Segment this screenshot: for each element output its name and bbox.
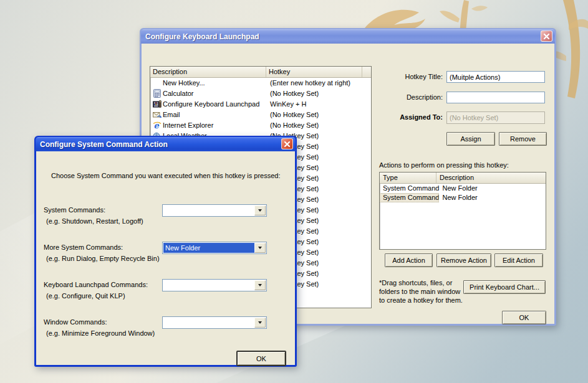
hotkey-row-description: New Hotkey...	[163, 78, 266, 87]
command-group-label: Window Commands:	[44, 318, 107, 326]
chevron-down-icon	[258, 209, 262, 212]
hotkey-row-description: Email	[163, 110, 266, 118]
command-group-hint: (e.g. Configure, Quit KLP)	[46, 292, 125, 300]
intro-text: Choose System Command you want executed …	[51, 172, 288, 179]
column-header-action-description[interactable]: Description	[436, 173, 546, 183]
main-dialog-titlebar[interactable]: Configure Keyboard Launchpad	[141, 29, 555, 44]
child-close-button[interactable]	[281, 138, 293, 149]
actions-table-header: Type Description	[380, 173, 546, 184]
internet-explorer-icon: e	[153, 121, 161, 130]
action-type: System Command	[380, 184, 439, 193]
hotkey-row-hotkey: (No Hotkey Set)	[266, 88, 371, 97]
child-dialog-title: Configure System Command Action	[36, 140, 168, 149]
command-dropdown[interactable]	[162, 204, 267, 217]
hotkey-list-row[interactable]: eInternet Explorer(No Hotkey Set)	[150, 120, 371, 131]
main-ok-button[interactable]: OK	[502, 311, 546, 324]
close-icon	[283, 140, 291, 148]
drag-hint-note: *Drag shortcuts, files, or folders to th…	[379, 278, 466, 305]
calculator-icon	[153, 89, 161, 98]
description-label: Description:	[378, 93, 443, 101]
actions-table-rows: System CommandNew FolderSystem CommandNe…	[380, 184, 546, 202]
command-dropdown[interactable]: New Folder	[162, 242, 267, 254]
command-group-label: System Commands:	[44, 206, 105, 214]
command-dropdown-value: New Folder	[163, 243, 255, 253]
hotkey-row-description: Calculator	[163, 88, 266, 97]
assigned-to-label: Assigned To:	[366, 113, 443, 121]
actions-table[interactable]: Type Description System CommandNew Folde…	[379, 172, 546, 250]
assigned-to-input	[446, 111, 545, 124]
dropdown-arrow-button[interactable]	[254, 206, 266, 215]
command-group-hint: (e.g. Run Dialog, Empty Recycle Bin)	[46, 255, 160, 262]
action-description: New Folder	[439, 184, 546, 193]
command-group-hint: (e.g. Minimize Foreground Window)	[46, 329, 155, 337]
remove-action-button[interactable]: Remove Action	[436, 253, 491, 267]
hotkey-row-description: Internet Explorer	[163, 120, 266, 129]
main-close-button[interactable]	[541, 31, 552, 42]
dropdown-arrow-button[interactable]	[254, 280, 266, 290]
configure-system-command-action-window: Configure System Command Action Choose S…	[34, 136, 297, 367]
command-group-label: More System Commands:	[44, 244, 123, 251]
hotkey-row-hotkey: (No Hotkey Set)	[266, 120, 371, 129]
keyboard-icon	[153, 100, 161, 108]
child-dialog-titlebar[interactable]: Configure System Command Action	[36, 137, 296, 151]
close-icon	[542, 32, 551, 40]
hotkey-row-hotkey: (Enter new hotkey at right)	[266, 78, 371, 87]
actions-list-label: Actions to perform on pressing this hotk…	[379, 161, 509, 169]
hotkey-list-row[interactable]: New Hotkey...(Enter new hotkey at right)	[150, 78, 371, 88]
hotkey-title-label: Hotkey Title:	[378, 73, 443, 80]
action-type: System Command	[380, 193, 439, 202]
command-dropdown[interactable]	[162, 279, 267, 291]
column-header-type[interactable]: Type	[380, 173, 436, 183]
command-group: More System Commands:New Folder(e.g. Run…	[44, 241, 289, 277]
child-dialog-body: Choose System Command you want executed …	[36, 151, 295, 365]
command-group-hint: (e.g. Shutdown, Restart, Logoff)	[46, 217, 143, 225]
edit-action-button[interactable]: Edit Action	[494, 253, 543, 267]
command-dropdown-value	[163, 206, 255, 215]
hotkey-list-row[interactable]: Email(No Hotkey Set)	[150, 110, 371, 120]
chevron-down-icon	[258, 247, 262, 249]
remove-button[interactable]: Remove	[499, 132, 547, 146]
main-dialog-title: Configure Keyboard Launchpad	[141, 32, 259, 41]
hotkey-list-row[interactable]: Configure Keyboard LaunchpadWinKey + H	[150, 99, 371, 110]
command-group-label: Keyboard Launchpad Commands:	[44, 281, 148, 288]
action-description: New Folder	[439, 193, 546, 202]
hotkey-row-hotkey: WinKey + H	[266, 99, 371, 108]
assign-button[interactable]: Assign	[446, 132, 495, 146]
column-header-hotkey[interactable]: Hotkey	[266, 67, 362, 77]
command-dropdown-value	[163, 280, 255, 290]
column-header-extra[interactable]	[362, 67, 371, 77]
dropdown-arrow-button[interactable]	[254, 243, 266, 253]
add-action-button[interactable]: Add Action	[385, 253, 433, 267]
command-group: Keyboard Launchpad Commands:(e.g. Config…	[44, 278, 289, 314]
print-keyboard-chart-button[interactable]: Print Keyboard Chart...	[463, 280, 546, 294]
chevron-down-icon	[258, 321, 262, 324]
email-icon	[153, 110, 161, 119]
no-icon	[153, 78, 161, 87]
action-row[interactable]: System CommandNew Folder	[380, 193, 546, 202]
dropdown-arrow-button[interactable]	[254, 318, 266, 328]
command-group: System Commands:(e.g. Shutdown, Restart,…	[44, 204, 289, 240]
command-group: Window Commands:(e.g. Minimize Foregroun…	[44, 316, 289, 352]
child-ok-button[interactable]: OK	[237, 351, 286, 366]
hotkey-row-description: Configure Keyboard Launchpad	[163, 99, 266, 108]
hotkey-list-row[interactable]: Calculator(No Hotkey Set)	[150, 88, 371, 99]
command-dropdown[interactable]	[162, 316, 267, 329]
description-input[interactable]	[446, 92, 545, 103]
hotkey-list-header: Description Hotkey	[150, 67, 371, 78]
action-row[interactable]: System CommandNew Folder	[380, 184, 546, 193]
hotkey-row-hotkey: (No Hotkey Set)	[266, 110, 371, 118]
hotkey-title-input[interactable]	[446, 71, 545, 83]
command-dropdown-value	[163, 318, 255, 328]
chevron-down-icon	[258, 284, 262, 286]
column-header-description[interactable]: Description	[150, 67, 266, 77]
